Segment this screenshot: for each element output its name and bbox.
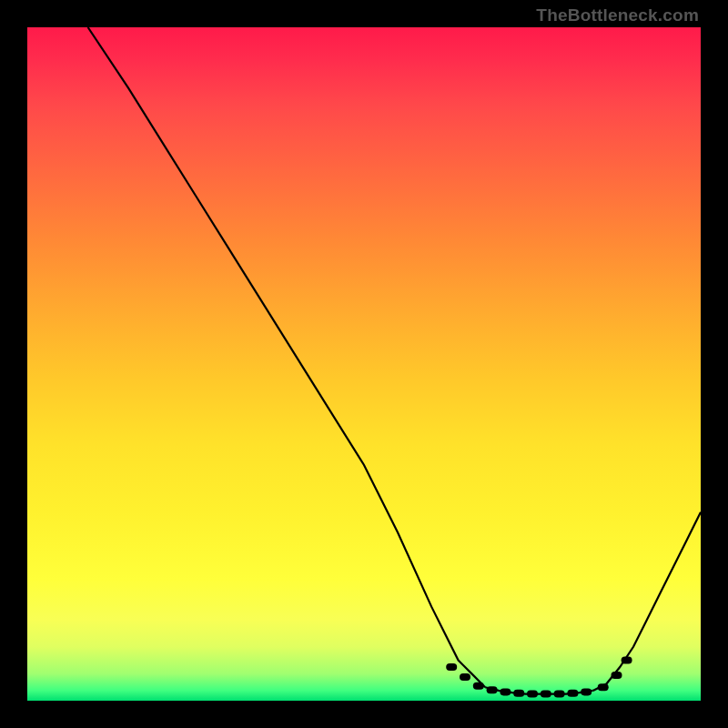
bottleneck-curve-left [88,27,486,687]
bottleneck-curve-right [593,512,701,691]
watermark-text: TheBottleneck.com [536,5,699,25]
marker-dot [567,690,578,697]
marker-dot [612,672,622,679]
marker-dot [473,682,484,690]
marker-dot [598,683,609,691]
marker-dot [460,673,470,681]
marker-dot [446,663,457,671]
marker-dot [527,691,538,698]
marker-dot [513,690,524,697]
chart-svg [27,27,701,701]
marker-dot [541,691,551,698]
marker-dot [581,688,592,695]
marker-dot [554,691,565,698]
marker-dot [487,686,498,693]
marker-dot [622,657,632,664]
curve-group [88,27,701,694]
chart-container: TheBottleneck.com [0,0,728,728]
plot-area [27,27,701,701]
marker-dot [500,688,511,695]
